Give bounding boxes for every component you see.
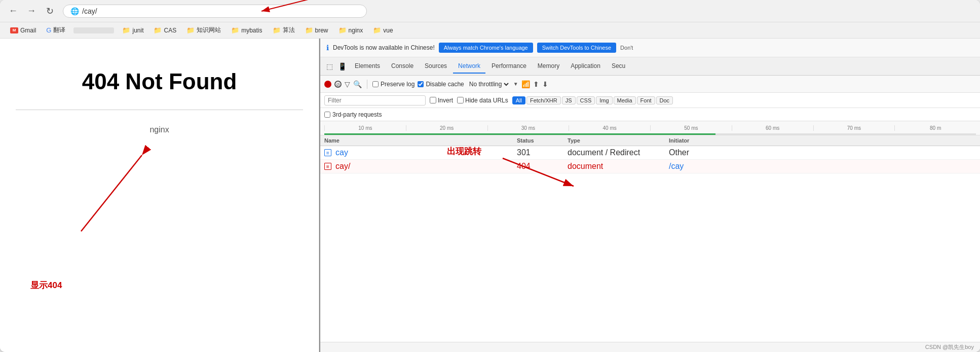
svg-line-4 bbox=[81, 155, 142, 231]
filter-tags: All Fetch/XHR JS CSS Img Media Font Doc bbox=[512, 96, 673, 104]
tab-performance[interactable]: Performance bbox=[486, 59, 532, 74]
folder-icon-knowledge: 📁 bbox=[186, 26, 195, 34]
translate-icon: G bbox=[46, 26, 51, 34]
bookmark-placeholder bbox=[73, 27, 114, 33]
bookmarks-bar: M Gmail G 翻译 📁 junit 📁 CAS 📁 知识网站 📁 myba… bbox=[0, 22, 980, 39]
gmail-icon: M bbox=[10, 27, 18, 33]
address-bar[interactable]: 🌐 /cay/ bbox=[63, 5, 367, 18]
bookmark-brew[interactable]: 📁 brew bbox=[301, 25, 332, 35]
filter-tag-fetch[interactable]: Fetch/XHR bbox=[526, 96, 561, 104]
download-icon[interactable]: ⬇ bbox=[542, 80, 548, 88]
wifi-icon[interactable]: 📶 bbox=[521, 80, 530, 88]
preserve-log-checkbox[interactable] bbox=[372, 81, 379, 87]
row-name-cay: ≡ cay bbox=[324, 148, 517, 157]
bookmark-cas[interactable]: 📁 CAS bbox=[149, 25, 180, 35]
tab-memory[interactable]: Memory bbox=[533, 59, 564, 74]
filter-tag-img[interactable]: Img bbox=[596, 96, 612, 104]
row-name-cay-slash: ≡ cay/ bbox=[324, 162, 517, 171]
not-found-title: 404 Not Found bbox=[82, 69, 237, 94]
col-header-initiator: Initiator bbox=[669, 137, 745, 144]
folder-icon-vue: 📁 bbox=[373, 26, 381, 34]
folder-icon-nginx: 📁 bbox=[338, 26, 347, 34]
filter-bar: Invert Hide data URLs All Fetch/XHR JS C… bbox=[320, 93, 980, 108]
bookmark-vue[interactable]: 📁 vue bbox=[369, 25, 397, 35]
row-name-cay-slash-text: cay/ bbox=[335, 162, 350, 171]
filter-tag-css[interactable]: CSS bbox=[577, 96, 595, 104]
nav-buttons: ← → ↻ bbox=[6, 4, 57, 18]
bookmark-knowledge[interactable]: 📁 知识网站 bbox=[182, 25, 225, 36]
tab-sources[interactable]: Sources bbox=[420, 59, 452, 74]
third-party-label[interactable]: 3rd-party requests bbox=[324, 111, 382, 118]
timeline-80ms: 80 m bbox=[894, 125, 976, 131]
devtools-tabs: ⬚ 📱 Elements Console Sources Network Per… bbox=[320, 57, 980, 76]
network-table-wrapper: 出现跳转 Name Status Type Initiator bbox=[320, 135, 980, 342]
invert-checkbox[interactable] bbox=[430, 97, 436, 103]
banner-btn-switch-chinese[interactable]: Switch DevTools to Chinese bbox=[537, 43, 616, 53]
tab-console[interactable]: Console bbox=[386, 59, 419, 74]
hide-data-checkbox[interactable] bbox=[457, 97, 464, 103]
banner-btn-dont[interactable]: Don't bbox=[620, 45, 633, 51]
throttling-select[interactable]: No throttling bbox=[467, 80, 510, 88]
timeline-20ms: 20 ms bbox=[406, 125, 487, 131]
devtools-device-icon[interactable]: 📱 bbox=[336, 60, 349, 73]
folder-icon-algorithm: 📁 bbox=[273, 26, 281, 34]
hide-data-label[interactable]: Hide data URLs bbox=[457, 97, 508, 104]
tab-network[interactable]: Network bbox=[453, 59, 485, 74]
bookmark-translate-label: 翻译 bbox=[53, 26, 65, 34]
filter-tag-media[interactable]: Media bbox=[614, 96, 636, 104]
bookmark-algorithm[interactable]: 📁 算法 bbox=[269, 25, 299, 36]
upload-icon[interactable]: ⬆ bbox=[533, 80, 539, 88]
filter-tag-all[interactable]: All bbox=[512, 96, 525, 104]
bookmark-junit[interactable]: 📁 junit bbox=[118, 25, 147, 35]
network-table-header: Name Status Type Initiator bbox=[320, 135, 980, 146]
back-button[interactable]: ← bbox=[6, 4, 20, 18]
stop-button[interactable]: ⊘ bbox=[334, 81, 342, 88]
invert-text: Invert bbox=[438, 97, 453, 104]
row-type-redirect: document / Redirect bbox=[568, 148, 669, 157]
tab-application[interactable]: Application bbox=[566, 59, 606, 74]
filter-tag-font[interactable]: Font bbox=[637, 96, 655, 104]
col-header-type: Type bbox=[568, 137, 669, 144]
row-initiator-cay-link[interactable]: /cay bbox=[669, 162, 745, 171]
third-party-checkbox[interactable] bbox=[324, 112, 330, 118]
filter-tag-js[interactable]: JS bbox=[562, 96, 576, 104]
globe-icon: 🌐 bbox=[70, 7, 79, 15]
redirect-annotation-text: 出现跳转 bbox=[447, 146, 481, 157]
invert-label[interactable]: Invert bbox=[430, 97, 453, 104]
folder-icon-cas: 📁 bbox=[154, 26, 162, 34]
info-icon: ℹ bbox=[326, 44, 329, 52]
reload-button[interactable]: ↻ bbox=[43, 4, 57, 18]
timeline-progress-bar bbox=[324, 133, 976, 135]
banner-text: DevTools is now available in Chinese! bbox=[333, 44, 435, 51]
table-row[interactable]: ≡ cay/ 404 document /cay bbox=[320, 160, 980, 173]
main-area: 404 Not Found nginx 显示404 bbox=[0, 39, 980, 352]
folder-icon-brew: 📁 bbox=[305, 26, 313, 34]
table-row[interactable]: ≡ cay 301 document / Redirect Other bbox=[320, 146, 980, 160]
bookmark-gmail[interactable]: M Gmail bbox=[6, 26, 40, 35]
divider-line bbox=[16, 110, 303, 110]
preserve-log-label[interactable]: Preserve log bbox=[372, 81, 414, 88]
filter-tag-doc[interactable]: Doc bbox=[656, 96, 673, 104]
bookmark-nginx[interactable]: 📁 nginx bbox=[334, 25, 367, 35]
timeline-70ms: 70 ms bbox=[813, 125, 895, 131]
bookmark-vue-label: vue bbox=[383, 27, 393, 34]
search-icon[interactable]: 🔍 bbox=[353, 80, 362, 88]
filter-input[interactable] bbox=[324, 95, 426, 105]
banner-btn-match-language[interactable]: Always match Chrome's language bbox=[439, 43, 533, 53]
bookmark-translate[interactable]: G 翻译 bbox=[42, 25, 69, 36]
credit-text: CSDN @凯先生boy bbox=[925, 344, 974, 350]
timeline-progress-fill bbox=[324, 133, 715, 135]
tab-elements[interactable]: Elements bbox=[350, 59, 385, 74]
record-button[interactable] bbox=[324, 81, 331, 88]
third-party-text: 3rd-party requests bbox=[332, 111, 382, 118]
filter-icon[interactable]: ▽ bbox=[345, 80, 350, 88]
disable-cache-label[interactable]: Disable cache bbox=[418, 81, 464, 88]
disable-cache-text: Disable cache bbox=[426, 81, 464, 88]
disable-cache-checkbox[interactable] bbox=[418, 81, 424, 87]
tab-security[interactable]: Secu bbox=[607, 59, 630, 74]
devtools-toolbar: ⊘ ▽ 🔍 Preserve log Disable cache No thro… bbox=[320, 76, 980, 93]
forward-button[interactable]: → bbox=[24, 4, 39, 18]
bookmark-algorithm-label: 算法 bbox=[283, 26, 295, 34]
devtools-inspect-icon[interactable]: ⬚ bbox=[324, 60, 335, 73]
bookmark-mybatis[interactable]: 📁 mybatis bbox=[227, 25, 266, 35]
